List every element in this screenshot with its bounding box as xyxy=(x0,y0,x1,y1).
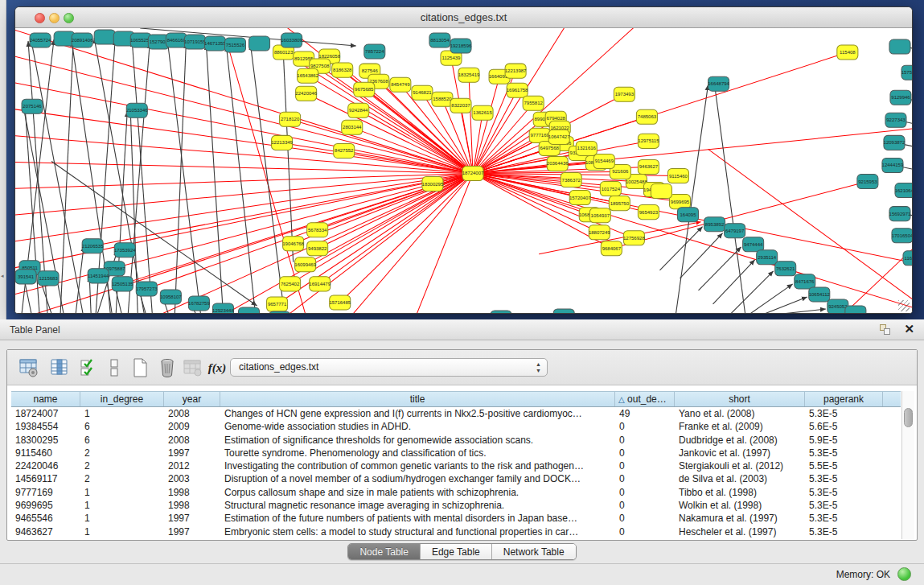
cell-year[interactable]: 2009 xyxy=(164,420,220,433)
graph-node-yellow[interactable]: 1017524 xyxy=(600,182,621,196)
cell-year[interactable]: 2012 xyxy=(164,459,220,472)
graph-node-yellow[interactable]: 9493822 xyxy=(307,241,328,256)
graph-node-yellow[interactable]: 7386372 xyxy=(561,173,581,187)
cell-name[interactable]: 9699695 xyxy=(11,499,80,512)
cell-name[interactable]: 9777169 xyxy=(11,486,80,499)
graph-node-yellow[interactable]: 8454749 xyxy=(390,77,411,92)
graph-node-teal[interactable]: 9227343 xyxy=(885,113,906,127)
panel-handle-icon[interactable]: ◂ xyxy=(1,272,5,279)
graph-node-yellow[interactable]: 7625402 xyxy=(280,277,301,291)
cell-title[interactable]: Estimation of significance thresholds fo… xyxy=(220,434,615,447)
cell-out_degree[interactable]: 0 xyxy=(615,420,675,433)
citation-edge-black[interactable] xyxy=(128,43,150,314)
graph-node-yellow[interactable]: 18724007 xyxy=(462,166,484,180)
cell-title[interactable]: Structural magnetic resonance image aver… xyxy=(220,499,615,512)
graph-node-teal[interactable]: 12505135 xyxy=(112,277,133,291)
citation-edge-black[interactable] xyxy=(699,247,741,290)
column-header-title[interactable]: title xyxy=(220,392,615,406)
citation-edge-black[interactable] xyxy=(659,227,702,270)
graph-node-yellow[interactable]: 16914479 xyxy=(309,277,331,291)
cell-year[interactable]: 2003 xyxy=(164,472,220,485)
graph-node-yellow[interactable]: 8427552 xyxy=(334,143,355,158)
citation-edge-black[interactable] xyxy=(731,271,774,314)
graph-node-yellow[interactable]: 16543862 xyxy=(297,68,318,83)
graph-node-teal[interactable]: 21206535 xyxy=(82,239,104,253)
graph-node-yellow[interactable]: 12213987 xyxy=(505,64,527,78)
cell-year[interactable]: 2008 xyxy=(164,407,220,420)
column-header-out_degree[interactable]: △ out_de… xyxy=(615,392,675,406)
graph-node-teal[interactable]: 1215683 xyxy=(38,271,59,286)
citation-edge-red[interactable] xyxy=(320,174,473,284)
graph-node-yellow[interactable]: 22420046 xyxy=(295,86,317,101)
citation-edge-black[interactable] xyxy=(226,46,255,314)
graph-node-teal[interactable]: 8813054 xyxy=(429,33,450,47)
graph-node-teal[interactable]: 2075146 xyxy=(22,99,43,113)
cell-name[interactable]: 14569117 xyxy=(11,472,80,485)
graph-node-yellow[interactable]: 16961758 xyxy=(507,83,528,97)
cell-short[interactable]: Dudbridge et al. (2008) xyxy=(675,434,805,447)
graph-node-yellow[interactable]: 1588520 xyxy=(432,92,453,106)
graph-node-yellow[interactable]: 7485063 xyxy=(636,109,657,124)
cell-short[interactable]: Jankovic et al. (1997) xyxy=(675,447,805,459)
citation-edge-black[interactable] xyxy=(782,309,826,314)
graph-node-yellow[interactable]: 9675685 xyxy=(354,82,375,97)
graph-node-teal[interactable] xyxy=(249,36,270,51)
cell-short[interactable]: de Silva et al. (2003) xyxy=(675,472,805,485)
graph-node-teal[interactable] xyxy=(845,306,866,314)
cell-pagerank[interactable]: 5.5E-5 xyxy=(805,459,883,472)
cell-in_degree[interactable]: 1 xyxy=(80,499,164,512)
graph-node-teal[interactable] xyxy=(238,307,259,314)
graph-node-teal[interactable]: 1167533 xyxy=(903,251,912,266)
cell-pagerank[interactable]: 5.6E-5 xyxy=(805,420,883,433)
graph-node-yellow[interactable]: 8322037 xyxy=(450,98,471,113)
cell-pagerank[interactable]: 5.3E-5 xyxy=(805,472,883,485)
graph-node-teal[interactable]: 12093872 xyxy=(884,135,906,150)
cell-in_degree[interactable]: 1 xyxy=(80,486,164,499)
graph-node-yellow[interactable]: 12975115 xyxy=(638,134,659,148)
graph-node-yellow[interactable]: 2803144 xyxy=(342,120,363,134)
close-panel-icon[interactable]: ✕ xyxy=(904,322,914,336)
show-columns-icon[interactable] xyxy=(49,357,70,378)
cell-title[interactable]: Estimation of the future numbers of pati… xyxy=(220,512,615,525)
cell-out_degree[interactable]: 0 xyxy=(615,486,675,499)
cell-out_degree[interactable]: 0 xyxy=(615,525,675,538)
graph-node-teal[interactable]: 10958107 xyxy=(160,290,182,304)
graph-node-yellow[interactable] xyxy=(651,184,671,199)
cell-year[interactable]: 1998 xyxy=(164,499,220,512)
citation-edge-black[interactable] xyxy=(713,260,755,304)
graph-node-yellow[interactable]: 1973493 xyxy=(614,87,634,101)
tab-node-table[interactable]: Node Table xyxy=(348,544,421,559)
table-row[interactable]: 946554611997Estimation of the future num… xyxy=(11,512,901,525)
cell-short[interactable]: Tibbo et al. (1998) xyxy=(675,486,805,499)
graph-node-yellow[interactable]: 9684067 xyxy=(601,241,622,256)
cell-out_degree[interactable]: 0 xyxy=(615,512,675,525)
cell-short[interactable]: Franke et al. (2009) xyxy=(675,420,805,433)
graph-node-yellow[interactable]: 16099469 xyxy=(294,257,316,272)
graph-node-yellow[interactable]: 15720407 xyxy=(569,191,591,205)
graph-node-yellow[interactable]: 9699695 xyxy=(669,195,690,209)
graph-node-teal[interactable]: 164095 xyxy=(677,208,698,222)
graph-node-teal[interactable]: 16782759 xyxy=(188,296,210,311)
tab-network-table[interactable]: Network Table xyxy=(492,544,576,559)
cell-year[interactable]: 1998 xyxy=(164,486,220,499)
cell-in_degree[interactable]: 1 xyxy=(80,407,164,420)
cell-in_degree[interactable]: 2 xyxy=(80,459,164,472)
new-column-icon[interactable] xyxy=(129,357,150,378)
cell-out_degree[interactable]: 0 xyxy=(615,499,675,512)
graph-node-yellow[interactable]: 20364436 xyxy=(547,156,569,171)
graph-node-teal[interactable] xyxy=(269,311,290,314)
table-selector-dropdown[interactable]: citations_edges.txt ▲▼ xyxy=(230,358,548,377)
citation-edge-black[interactable] xyxy=(132,41,152,314)
table-row[interactable]: 946362711997Embryonic stem cells: a mode… xyxy=(11,525,901,538)
cell-out_degree[interactable]: 0 xyxy=(615,434,675,447)
cell-short[interactable]: Stergiakouli et al. (2012) xyxy=(675,459,805,472)
cell-short[interactable]: Hescheler et al. (1997) xyxy=(675,525,805,538)
side-collapse-strip[interactable]: ◂ xyxy=(0,0,6,319)
graph-node-teal[interactable]: 10719155 xyxy=(184,35,206,49)
graph-node-yellow[interactable]: 115408 xyxy=(837,45,858,60)
column-header-in_degree[interactable]: in_degree xyxy=(80,392,164,406)
column-header-short[interactable]: short xyxy=(675,392,805,406)
cell-pagerank[interactable]: 5.3E-5 xyxy=(805,407,883,420)
graph-node-yellow[interactable]: 12756928 xyxy=(623,231,645,245)
cell-in_degree[interactable]: 1 xyxy=(80,512,164,525)
